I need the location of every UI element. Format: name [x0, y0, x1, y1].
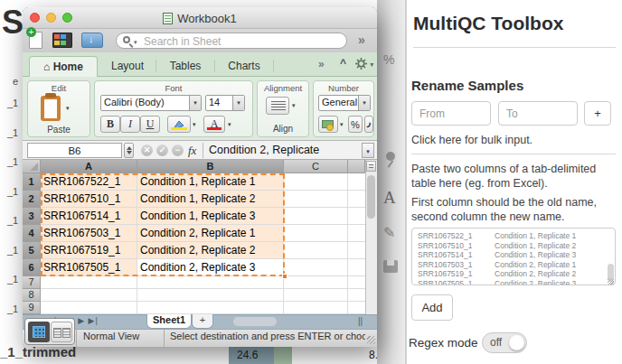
row-header[interactable]: 3 [23, 208, 41, 225]
name-box-stepper[interactable] [124, 143, 134, 158]
paste-icon[interactable] [41, 96, 61, 121]
tabs-overflow-icon[interactable]: » [318, 58, 325, 70]
table-row[interactable] [41, 302, 365, 314]
cell-a6[interactable]: SRR1067505_1 [41, 259, 137, 275]
rename-to-input[interactable] [498, 101, 578, 126]
column-header-a[interactable]: A [41, 160, 137, 173]
new-workbook-icon[interactable] [29, 32, 42, 49]
rename-tab-icon[interactable]: A [383, 188, 396, 208]
row-header[interactable]: 5 [23, 242, 41, 259]
font-size-select[interactable]: 14▾ [205, 95, 245, 111]
cell-a3[interactable]: SRR1067514_1 [41, 208, 137, 224]
paste-label[interactable]: Paste [28, 125, 90, 135]
bulk-input-link[interactable]: Click here for bulk input. [411, 134, 532, 146]
cell-c6[interactable] [284, 259, 348, 275]
toolbar-overflow-icon[interactable]: » [358, 33, 365, 47]
tab-home[interactable]: ⌂ Home [29, 56, 98, 77]
column-header-b[interactable]: B [137, 160, 284, 173]
cell-b3[interactable]: Condition 1, Replicate 3 [137, 208, 284, 224]
font-color-dropdown-icon[interactable]: ▾ [228, 121, 231, 128]
gallery-icon[interactable] [52, 33, 72, 48]
pin-tab-icon[interactable] [386, 152, 395, 161]
number-format-select[interactable]: General▾ [318, 95, 371, 111]
add-sheet-tab[interactable]: + [192, 314, 213, 329]
currency-dropdown-icon[interactable]: ▾ [340, 121, 344, 128]
ribbon-collapse-icon[interactable]: ^ [340, 57, 346, 70]
cell-c3[interactable] [284, 208, 348, 224]
save-tab-icon[interactable] [383, 260, 398, 273]
row-header[interactable]: 8 [23, 289, 41, 302]
fill-color-button[interactable] [167, 116, 191, 133]
table-row[interactable]: SRR1067514_1 Condition 1, Replicate 3 [41, 208, 365, 225]
tab-layout[interactable]: Layout [99, 56, 156, 77]
table-row[interactable]: SRR1067522_1 Condition 1, Replicate 1 [41, 173, 365, 191]
comma-style-button[interactable]: ٫ [364, 116, 373, 133]
percent-style-button[interactable]: % [348, 116, 363, 133]
cell-b5[interactable]: Condition 2, Replicate 2 [137, 242, 284, 258]
italic-button[interactable]: I [120, 116, 140, 133]
tab-tables[interactable]: Tables [157, 56, 213, 77]
bold-button[interactable]: B [100, 116, 120, 133]
cell-a1[interactable]: SRR1067522_1 [41, 173, 137, 190]
formula-input[interactable]: Condition 2, Replicate [209, 144, 319, 156]
split-box[interactable] [366, 161, 376, 172]
gear-icon[interactable]: ▾ [355, 57, 373, 70]
cell-b2[interactable]: Condition 1, Replicate 2 [137, 191, 284, 207]
number-format-dropdown-icon[interactable]: ▾ [358, 96, 370, 110]
page-layout-view-button[interactable] [51, 322, 72, 342]
accept-entry-icon[interactable]: ✓ [156, 145, 168, 156]
cell-c1[interactable] [284, 173, 348, 190]
search-input[interactable]: ▾ Search in Sheet [116, 33, 347, 49]
vertical-scrollbar-thumb[interactable] [367, 175, 375, 219]
select-all-corner[interactable] [23, 160, 41, 173]
table-row[interactable]: SRR1067510_1 Condition 1, Replicate 2 [41, 191, 365, 208]
search-dropdown-icon[interactable]: ▾ [134, 39, 137, 46]
align-dropdown-icon[interactable]: ▾ [292, 102, 296, 109]
fill-color-dropdown-icon[interactable]: ▾ [193, 121, 196, 128]
underline-button[interactable]: U [140, 116, 160, 133]
window-resize-grip[interactable] [367, 336, 375, 344]
fx-icon[interactable]: fx [188, 144, 196, 158]
row-header[interactable]: 2 [23, 191, 41, 208]
row-header[interactable]: 9 [23, 302, 41, 314]
currency-button[interactable] [318, 116, 338, 133]
row-header[interactable]: 7 [23, 276, 41, 289]
font-size-dropdown-icon[interactable]: ▾ [232, 96, 244, 110]
table-row[interactable]: SRR1067505_1 Condition 2, Replicate 3 [41, 259, 365, 276]
font-family-dropdown-icon[interactable]: ▾ [189, 96, 201, 110]
tab-charts[interactable]: Charts [216, 56, 272, 77]
paste-dropdown-icon[interactable]: ▾ [66, 105, 70, 112]
column-header-c[interactable]: C [284, 160, 348, 173]
normal-view-button[interactable] [28, 322, 50, 342]
font-color-button[interactable]: A [203, 116, 225, 133]
textarea-resize-grip[interactable] [608, 278, 614, 285]
row-header[interactable]: 4 [23, 225, 41, 242]
selection-fill-handle[interactable] [282, 274, 287, 279]
add-button[interactable]: Add [411, 294, 453, 321]
highlight-tab-icon[interactable]: ✎ [383, 224, 395, 241]
column-header-d[interactable] [348, 160, 365, 173]
cell-c2[interactable] [284, 191, 348, 207]
regex-mode-toggle[interactable]: off [482, 332, 527, 353]
open-folder-icon[interactable] [81, 33, 103, 48]
rename-from-input[interactable] [411, 101, 491, 126]
name-box[interactable]: B6 [27, 143, 122, 158]
font-family-select[interactable]: Calibri (Body)▾ [100, 95, 202, 111]
row-header[interactable]: 1 [23, 173, 41, 191]
cell-c5[interactable] [284, 242, 348, 258]
cancel-entry-icon[interactable]: ✕ [141, 145, 153, 156]
row-header[interactable]: 6 [23, 259, 41, 276]
cell-c4[interactable] [284, 225, 348, 241]
pane-split-handle[interactable]: || [358, 316, 363, 326]
table-row[interactable] [41, 276, 365, 289]
cell-a5[interactable]: SRR1067519_1 [41, 242, 137, 258]
horizontal-scrollbar-thumb[interactable] [233, 317, 277, 326]
sheet-tab-sheet1[interactable]: Sheet1 [146, 314, 192, 329]
percent-tab-icon[interactable]: % [383, 52, 394, 67]
formula-bar-dropdown-icon[interactable]: ▾ [362, 143, 374, 158]
table-row[interactable] [41, 289, 365, 302]
cell-a4[interactable]: SRR1067503_1 [41, 225, 137, 241]
cell-b1[interactable]: Condition 1, Replicate 1 [137, 173, 284, 190]
bulk-input-textarea[interactable]: SRR1067522_1 Condition 1, Replicate 1 SR… [411, 228, 616, 285]
cell-b4[interactable]: Condition 2, Replicate 1 [137, 225, 284, 241]
